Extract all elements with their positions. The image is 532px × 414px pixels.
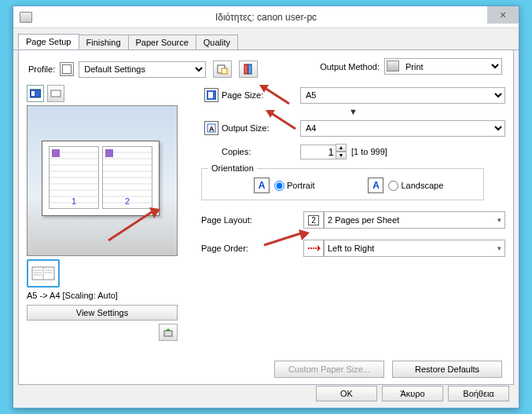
custom-paper-size-button[interactable]: Custom Paper Size... <box>274 361 384 378</box>
help-button[interactable]: Βοήθεια <box>448 386 509 401</box>
copies-down-button[interactable]: ▼ <box>336 152 347 159</box>
profile-select[interactable]: Default Settings <box>79 61 206 78</box>
window-title: Ιδιότητες: canon user-pc <box>13 12 519 23</box>
output-method-label: Output Method: <box>320 62 380 71</box>
down-arrow-icon: ▼ <box>343 107 364 116</box>
dialog-buttons: OK Άκυρο Βοήθεια <box>316 386 509 401</box>
preview-mode-2-button[interactable] <box>47 85 64 102</box>
view-settings-button[interactable]: View Settings <box>27 305 178 321</box>
svg-rect-5 <box>31 91 35 96</box>
portrait-a-icon: A <box>254 178 270 193</box>
page-size-select[interactable]: A5 <box>300 87 505 104</box>
preview-page-1-number: 1 <box>50 196 98 206</box>
tab-paper-source[interactable]: Paper Source <box>128 35 196 49</box>
page-layout-select[interactable]: 2 Pages per Sheet▾ <box>324 211 505 229</box>
preview-mode-1-button[interactable] <box>27 85 44 102</box>
tab-page-setup[interactable]: Page Setup <box>18 34 79 49</box>
cancel-button[interactable]: Άκυρο <box>382 386 443 401</box>
profile-label: Profile: <box>28 64 55 74</box>
scaling-status: A5 -> A4 [Scaling: Auto] <box>27 291 190 300</box>
output-method-row: Output Method: Print <box>320 58 502 75</box>
svg-rect-16 <box>208 92 213 98</box>
portrait-radio[interactable] <box>274 181 284 191</box>
tab-quality[interactable]: Quality <box>196 35 238 49</box>
page-layout-icon: 2 <box>303 211 324 229</box>
output-size-icon: A <box>204 121 218 135</box>
close-button[interactable]: × <box>487 6 519 24</box>
profile-edit-button[interactable] <box>239 60 258 78</box>
printer-small-icon <box>387 60 399 71</box>
layout-preview: 1 2 <box>27 105 178 256</box>
page-order-label: Page Order: <box>201 244 303 253</box>
mini-preview[interactable] <box>27 259 60 288</box>
output-size-select[interactable]: A4 <box>300 120 505 137</box>
page-layout-label: Page Layout: <box>201 215 303 225</box>
output-size-label: Output Size: <box>222 123 300 133</box>
page-setup-panel: Profile: Default Settings Output Method:… <box>18 50 514 385</box>
tab-strip: Page Setup Finishing Paper Source Qualit… <box>13 33 519 50</box>
orientation-group: Orientation A Portrait A Landscape <box>201 163 484 200</box>
landscape-radio[interactable] <box>388 181 398 191</box>
copies-input[interactable] <box>300 145 336 159</box>
ok-button[interactable]: OK <box>316 386 377 401</box>
orientation-legend: Orientation <box>208 163 257 173</box>
svg-text:A: A <box>209 125 215 133</box>
output-method-select[interactable]: Print <box>384 58 502 75</box>
svg-rect-1 <box>222 68 227 74</box>
copies-up-button[interactable]: ▲ <box>336 144 347 152</box>
copies-range: [1 to 999] <box>351 147 387 156</box>
page-order-select[interactable]: Left to Right▾ <box>324 240 505 257</box>
restore-defaults-button[interactable]: Restore Defaults <box>392 361 502 378</box>
landscape-radio-label[interactable]: Landscape <box>388 181 443 191</box>
page-size-icon <box>204 88 218 102</box>
settings-column: Page Size: A5 ▼ A Output Size: <box>201 85 505 257</box>
svg-rect-3 <box>248 64 251 74</box>
profile-icon <box>60 62 74 76</box>
profile-add-button[interactable] <box>213 60 232 78</box>
page-size-label: Page Size: <box>222 90 300 100</box>
portrait-radio-label[interactable]: Portrait <box>274 181 314 191</box>
titlebar: Ιδιότητες: canon user-pc × <box>13 6 519 28</box>
svg-rect-14 <box>164 331 172 336</box>
svg-rect-2 <box>244 64 248 74</box>
preview-column: 1 2 A5 -> A4 [Scaling: Auto] View Settin… <box>27 85 190 341</box>
preview-page-2-number: 2 <box>103 196 152 206</box>
svg-rect-6 <box>51 90 61 97</box>
copies-label: Copies: <box>222 147 300 156</box>
page-bottom-buttons: Custom Paper Size... Restore Defaults <box>274 361 502 378</box>
tab-finishing[interactable]: Finishing <box>79 35 129 49</box>
preview-refresh-button[interactable] <box>159 324 178 341</box>
landscape-a-icon: A <box>368 178 383 193</box>
printer-properties-window: Ιδιότητες: canon user-pc × Page Setup Fi… <box>13 5 519 409</box>
page-order-icon <box>303 240 324 257</box>
